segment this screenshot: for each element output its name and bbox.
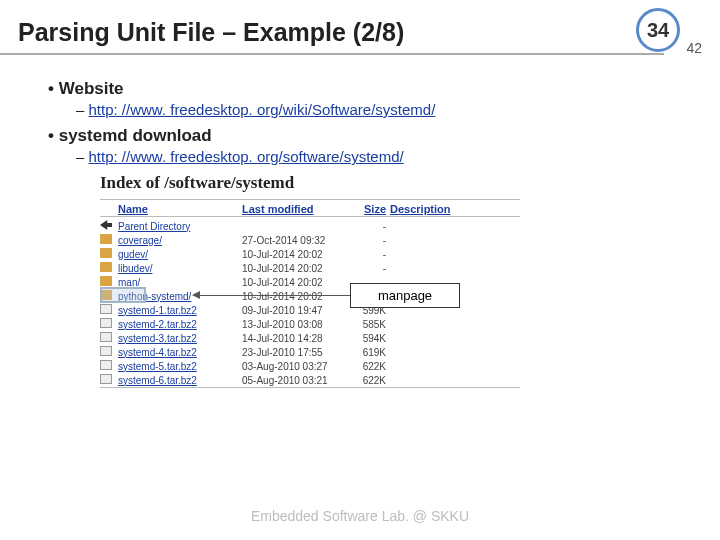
listing-divider (100, 216, 520, 217)
file-icon (100, 360, 112, 370)
callout-label: manpage (350, 283, 460, 308)
row-modified: 05-Aug-2010 03:21 (242, 375, 352, 386)
row-name[interactable]: libudev/ (118, 263, 238, 274)
row-name[interactable]: systemd-2.tar.bz2 (118, 319, 238, 330)
row-name[interactable]: systemd-5.tar.bz2 (118, 361, 238, 372)
row-size: 619K (356, 347, 386, 358)
row-size: 594K (356, 333, 386, 344)
header-modified[interactable]: Last modified (242, 203, 352, 215)
row-modified: 10-Jul-2014 20:02 (242, 263, 352, 274)
row-modified: 27-Oct-2014 09:32 (242, 235, 352, 246)
file-icon (100, 346, 112, 356)
sub-website-link: http: //www. freedesktop. org/wiki/Softw… (76, 101, 696, 118)
row-modified: 10-Jul-2014 20:02 (242, 249, 352, 260)
folder-icon (100, 248, 112, 258)
bullet-website: Website (48, 79, 696, 99)
listing-row: gudev/10-Jul-2014 20:02- (100, 247, 520, 261)
row-size: - (356, 235, 386, 246)
file-icon (100, 374, 112, 384)
row-size: - (356, 249, 386, 260)
file-icon (100, 318, 112, 328)
directory-listing: Index of /software/systemd Name Last mod… (100, 173, 520, 388)
listing-row: coverage/27-Oct-2014 09:32- (100, 233, 520, 247)
listing-heading: Index of /software/systemd (100, 173, 520, 193)
folder-icon (100, 276, 112, 286)
bullet-download: systemd download (48, 126, 696, 146)
row-modified: 10-Jul-2014 20:02 (242, 291, 352, 302)
highlight-box (100, 287, 146, 303)
row-modified: 09-Jul-2010 19:47 (242, 305, 352, 316)
row-name[interactable]: systemd-4.tar.bz2 (118, 347, 238, 358)
listing-row: systemd-3.tar.bz214-Jul-2010 14:28594K (100, 331, 520, 345)
row-modified: 13-Jul-2010 03:08 (242, 319, 352, 330)
row-size: - (356, 263, 386, 274)
row-modified: 10-Jul-2014 20:02 (242, 277, 352, 288)
listing-divider (100, 387, 520, 388)
back-icon (100, 220, 112, 230)
row-size: 622K (356, 361, 386, 372)
page-badge: 34 (636, 8, 680, 52)
slide-title: Parsing Unit File – Example (2/8) (18, 18, 710, 47)
page-badge-sub: 42 (686, 40, 702, 56)
header-size[interactable]: Size (356, 203, 386, 215)
row-size: 622K (356, 375, 386, 386)
row-name[interactable]: systemd-1.tar.bz2 (118, 305, 238, 316)
folder-icon (100, 262, 112, 272)
row-name[interactable]: systemd-6.tar.bz2 (118, 375, 238, 386)
row-name[interactable]: Parent Directory (118, 221, 238, 232)
row-modified: 14-Jul-2010 14:28 (242, 333, 352, 344)
row-name[interactable]: man/ (118, 277, 238, 288)
website-link[interactable]: http: //www. freedesktop. org/wiki/Softw… (89, 101, 436, 118)
listing-row: systemd-4.tar.bz223-Jul-2010 17:55619K (100, 345, 520, 359)
content-area: Website http: //www. freedesktop. org/wi… (0, 55, 720, 388)
row-size: 585K (356, 319, 386, 330)
listing-row: systemd-2.tar.bz213-Jul-2010 03:08585K (100, 317, 520, 331)
row-name[interactable]: systemd-3.tar.bz2 (118, 333, 238, 344)
row-size: - (356, 221, 386, 232)
header-name[interactable]: Name (118, 203, 238, 215)
listing-row: systemd-6.tar.bz205-Aug-2010 03:21622K (100, 373, 520, 387)
callout-line (198, 295, 350, 296)
row-modified: 03-Aug-2010 03:27 (242, 361, 352, 372)
callout-arrow-icon (192, 291, 200, 299)
footer-text: Embedded Software Lab. @ SKKU (0, 508, 720, 524)
listing-row: libudev/10-Jul-2014 20:02- (100, 261, 520, 275)
sub-download-link: http: //www. freedesktop. org/software/s… (76, 148, 696, 165)
row-name[interactable]: coverage/ (118, 235, 238, 246)
listing-row: systemd-5.tar.bz203-Aug-2010 03:27622K (100, 359, 520, 373)
listing-row: Parent Directory- (100, 219, 520, 233)
file-icon (100, 304, 112, 314)
download-link[interactable]: http: //www. freedesktop. org/software/s… (89, 148, 404, 165)
folder-icon (100, 234, 112, 244)
header-desc[interactable]: Description (390, 203, 520, 215)
row-name[interactable]: gudev/ (118, 249, 238, 260)
file-icon (100, 332, 112, 342)
listing-header-row: Name Last modified Size Description (100, 202, 520, 216)
row-modified: 23-Jul-2010 17:55 (242, 347, 352, 358)
listing-divider (100, 199, 520, 200)
